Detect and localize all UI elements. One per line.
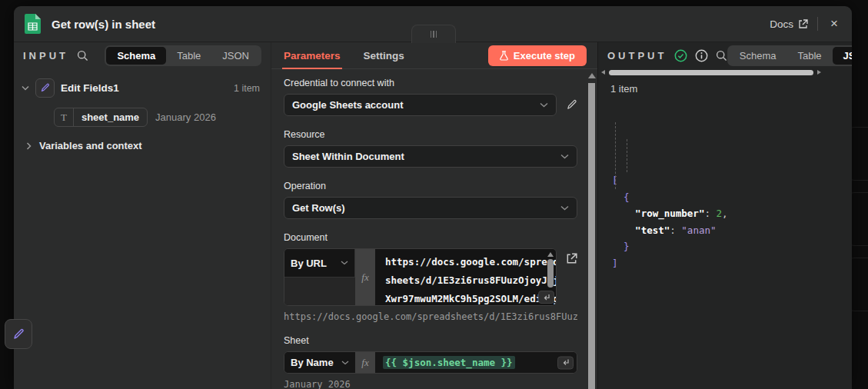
json-line: ] [612,255,852,272]
page-title: Get row(s) in sheet [52,18,155,31]
chevron-down-icon [560,205,569,211]
pencil-icon [12,328,25,341]
expand-editor-icon[interactable] [538,291,554,304]
fx-expression-toggle[interactable]: fx [355,352,375,373]
chevron-down-icon [540,102,548,108]
input-node-row[interactable]: Edit Fields1 1 item [22,78,261,98]
schema-field-row: T sheet_name January 2026 [54,108,261,127]
external-link-icon [798,19,808,29]
tab-parameters[interactable]: Parameters [282,43,342,68]
document-mode-column: By URL [284,249,355,305]
sheet-expression-input[interactable]: {{ $json.sheet_name }} [375,352,577,373]
execute-step-button[interactable]: Execute step [488,45,587,66]
expand-editor-icon[interactable] [557,356,574,369]
chevron-down-icon [560,154,569,159]
chevron-down-icon[interactable] [22,85,29,91]
google-sheets-icon [25,14,41,34]
sheet-field: By Name fx {{ $json.sheet_name }} [284,351,577,374]
fx-expression-toggle[interactable]: fx [355,249,375,305]
info-icon[interactable] [695,49,708,62]
panel-drag-handle[interactable] [411,25,456,43]
docs-link[interactable]: Docs [770,18,808,30]
document-field: By URL fx https://docs.google.com/spread… [284,248,557,306]
indent-guide [627,139,627,172]
schema-field-pill[interactable]: T sheet_name [54,108,148,127]
json-line: "row_number": 2, [612,205,852,222]
input-schema-tree: Edit Fields1 1 item T sheet_name January… [14,69,271,151]
output-panel-label: OUTPUT [607,50,667,62]
output-json-view: [ { "row_number": 2, "test": "anan" }] [612,106,852,304]
tab-schema[interactable]: Schema [106,47,166,65]
json-line: [ [612,172,852,189]
output-horizontal-scrollbar[interactable] [600,69,850,76]
json-line: "test": "anan" [612,222,852,239]
tab-schema[interactable]: Schema [729,47,787,65]
sheet-label: Sheet [284,335,577,346]
textarea-scrollbar[interactable] [547,252,554,288]
tab-json[interactable]: JSON [211,47,260,65]
operation-label: Operation [284,181,577,191]
string-type-icon: T [55,108,74,126]
indent-guide [615,122,616,189]
json-line: { [612,189,852,206]
operation-select[interactable]: Get Row(s) [284,197,577,219]
resource-label: Resource [284,129,577,140]
variables-label: Variables and context [39,140,142,151]
credential-select[interactable]: Google Sheets account [284,94,557,116]
tab-json[interactable]: JSON [833,47,852,65]
input-node-name: Edit Fields1 [61,82,119,94]
resource-select[interactable]: Sheet Within Document [284,145,577,168]
tab-table[interactable]: Table [166,47,211,65]
input-panel: INPUT SchemaTableJSON Edit Fields1 1 ite… [14,42,271,389]
edit-fields-node-chip[interactable] [5,319,32,349]
parameters-panel: Parameters Settings Execute step Credent… [271,42,597,389]
credential-label: Credential to connect with [284,78,577,88]
success-check-icon [674,49,687,62]
schema-field-value: January 2026 [155,111,216,123]
sheet-mode-select[interactable]: By Name [284,352,355,373]
expression-value: {{ $json.sheet_name }} [383,356,515,369]
edit-fields-node-icon[interactable] [35,78,55,98]
output-item-count: 1 item [610,83,852,95]
output-view-tabs: SchemaTableJSON [727,45,852,66]
document-url-hint: https://docs.google.com/spreadsheets/d/1… [284,311,577,322]
tab-settings[interactable]: Settings [362,43,406,68]
chevron-down-icon [341,261,348,265]
document-url-textarea[interactable]: https://docs.google.com/spread sheets/d/… [375,249,556,305]
search-icon[interactable] [77,50,88,62]
chevron-down-icon [341,361,349,365]
search-icon[interactable] [716,50,727,62]
document-mode-select[interactable]: By URL [284,249,355,278]
tab-table[interactable]: Table [787,47,833,65]
divider [817,17,818,31]
json-line: } [612,238,852,255]
input-view-tabs: SchemaTableJSON [105,45,261,66]
schema-field-name: sheet_name [74,108,147,126]
chevron-right-icon [26,142,32,150]
open-document-external-link-icon[interactable] [566,253,577,264]
input-panel-label: INPUT [23,50,68,62]
flask-icon [500,51,508,61]
document-label: Document [284,232,577,243]
close-icon[interactable]: × [827,16,841,32]
edit-credential-pencil-icon[interactable] [566,99,577,111]
parameters-scrollbar[interactable] [588,73,596,389]
variables-and-context-row[interactable]: Variables and context [26,140,261,151]
node-details-modal: Get row(s) in sheet Docs × INPUT SchemaT… [14,6,852,389]
output-panel: OUTPUT SchemaTableJSON 1 item [597,42,852,389]
input-item-count: 1 item [234,83,261,94]
sheet-resolved-hint: January 2026 [284,379,577,389]
parameters-form: Credential to connect with Google Sheets… [271,69,597,389]
